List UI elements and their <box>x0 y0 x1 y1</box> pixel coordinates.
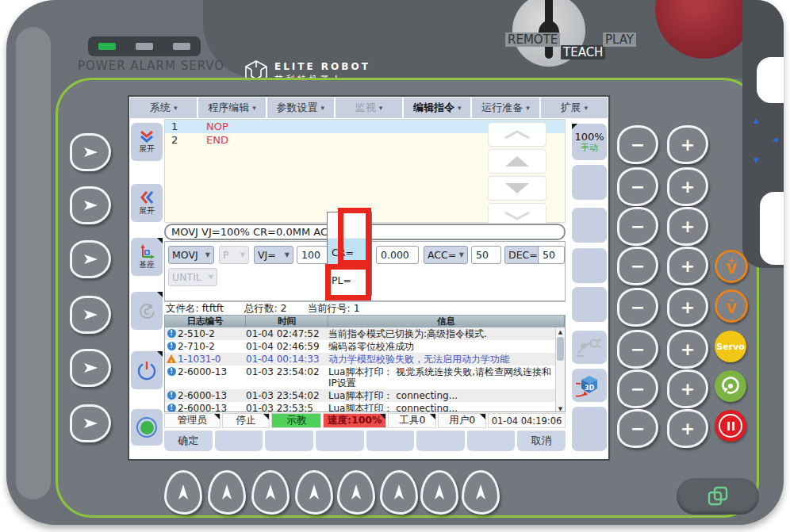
menu-tab-4[interactable]: 监视▾ <box>336 98 402 118</box>
left-function-key-5[interactable] <box>70 349 111 387</box>
expand-down-button[interactable]: 展开 <box>131 123 163 161</box>
scroll-up-button[interactable] <box>488 149 546 174</box>
info-icon: ! <box>167 329 176 338</box>
log-table-body[interactable]: !2-510-201-04 02:47:52当前指令模式已切换为:高级指令模式.… <box>165 327 565 412</box>
log-message: 当前指令模式已切换为:高级指令模式. <box>328 328 565 339</box>
ok-button[interactable]: 确定 <box>164 431 213 451</box>
scrollbar-thumb[interactable] <box>557 337 564 361</box>
status-chip-6[interactable]: 用户0 <box>438 413 486 428</box>
status-chip-1[interactable]: 管理员 <box>164 413 221 428</box>
power-button[interactable] <box>131 351 163 389</box>
window-switch-button[interactable] <box>677 478 759 515</box>
combo-movj[interactable]: MOVJ▼ <box>168 246 214 264</box>
chevron-down-icon: ▼ <box>459 251 464 258</box>
speed-mode-button[interactable]: 100% 手动 <box>572 124 607 160</box>
coordinate-base-button[interactable]: 基座 <box>131 238 163 276</box>
combo-vj[interactable]: VJ=▼ <box>254 246 293 264</box>
instruction-text: NOP <box>206 120 228 133</box>
info-icon: ! <box>167 404 176 412</box>
combo-acc[interactable]: ACC=▼ <box>424 246 468 264</box>
menu-tab-label: 程序编辑 <box>208 101 249 115</box>
soft-key-3[interactable] <box>572 208 607 243</box>
info-icon: ! <box>167 367 176 376</box>
log-row[interactable]: !2-6000-1301-03 23:54:02Lua脚本打印： connect… <box>165 389 565 402</box>
status-chip-3[interactable]: 示教 <box>271 413 321 428</box>
soft-f5[interactable] <box>366 431 415 451</box>
robot-jog-button[interactable] <box>572 331 607 364</box>
soft-key-2[interactable] <box>572 165 607 200</box>
menu-tab-5[interactable]: 编辑指令▾ <box>404 98 470 118</box>
nav-up-icon[interactable]: ▲ <box>754 117 759 124</box>
menu-tab-1[interactable]: 系统▾ <box>130 98 197 118</box>
left-function-key-6[interactable] <box>70 404 111 442</box>
soft-f4[interactable] <box>316 431 364 451</box>
soft-f6[interactable] <box>416 431 465 451</box>
expand-left-button[interactable]: 展开 <box>131 184 163 222</box>
speed-down-button[interactable]: − V <box>715 289 748 323</box>
log-icon-cell: ! <box>165 328 178 339</box>
nav-left-icon[interactable]: ◀ <box>773 136 778 144</box>
run-button[interactable] <box>715 370 746 402</box>
left-function-key-3[interactable] <box>70 240 111 278</box>
left-function-key-1[interactable] <box>70 133 111 171</box>
combo-p[interactable]: P▼ <box>219 246 249 264</box>
dropdown-item-pl[interactable]: PL= <box>328 266 371 294</box>
cursor-up-icon <box>349 483 363 502</box>
file-info-bar: 文件名: ftftft总行数: 2当前行号: 1 <box>164 301 566 315</box>
left-function-key-2[interactable] <box>70 186 111 224</box>
soft-key-8[interactable] <box>572 407 607 451</box>
soft-f2[interactable] <box>215 431 263 451</box>
chevron-down-icon: ▾ <box>320 104 324 112</box>
status-chip-2[interactable]: 停止 <box>222 413 270 428</box>
soft-f3[interactable] <box>265 431 313 451</box>
log-row[interactable]: !2-6000-1301-03 23:54:02Lua脚本打印： 视觉系统连接失… <box>165 366 565 389</box>
log-message: 编码器零位校准成功 <box>328 341 565 352</box>
scrollbar-down-icon[interactable]: ▼ <box>556 404 565 412</box>
combo-until[interactable]: UNTIL▼ <box>168 268 217 286</box>
log-row[interactable]: !2-710-201-04 02:46:59编码器零位校准成功 <box>165 340 565 353</box>
scroll-top-button[interactable] <box>488 122 546 147</box>
scrollbar-up-icon[interactable]: ▲ <box>556 327 565 336</box>
cursor-up-icon <box>432 483 447 502</box>
soft-key-5[interactable] <box>572 287 607 322</box>
status-chip-7[interactable]: 01-04 04:19:06 <box>488 413 566 428</box>
scroll-down-button[interactable] <box>488 176 546 201</box>
value-input[interactable]: 50 <box>471 246 501 264</box>
menu-tab-6[interactable]: 运行准备▾ <box>472 98 539 118</box>
log-row[interactable]: !2-510-201-04 02:47:52当前指令模式已切换为:高级指令模式. <box>165 327 565 340</box>
soft-f7[interactable] <box>467 431 516 451</box>
view-3d-button[interactable]: 3D <box>572 369 607 402</box>
log-id: 2-6000-13 <box>178 403 246 412</box>
soft-key-4[interactable] <box>572 248 607 283</box>
servo-button[interactable]: Servo <box>715 331 746 362</box>
log-id: 2-510-2 <box>178 328 246 339</box>
log-row[interactable]: !2-6000-1301-03 23:53:5Lua脚本打印： connecti… <box>165 402 565 412</box>
left-function-key-4[interactable] <box>70 296 111 334</box>
log-scrollbar[interactable]: ▲ ▼ <box>555 327 565 412</box>
dropdown-item-cr[interactable]: CR= <box>328 239 371 266</box>
cycle-mode-button[interactable]: C <box>131 292 163 330</box>
log-row[interactable]: !1-1031-001-04 00:14:33动力学模型校验失败，无法启用动力学… <box>165 353 565 366</box>
menu-tab-7[interactable]: 扩展▾ <box>541 98 608 118</box>
menu-tab-3[interactable]: 参数设置▾ <box>267 98 334 118</box>
speed-up-button[interactable]: + V <box>715 250 748 283</box>
value-input[interactable]: 0.000 <box>376 246 419 264</box>
log-icon-cell: ! <box>165 354 178 365</box>
menu-tab-2[interactable]: 程序编辑▾ <box>198 98 265 118</box>
expand-label: 展开 <box>139 205 155 216</box>
chevron-down-icon: ▾ <box>379 104 383 112</box>
pause-button[interactable] <box>715 410 746 442</box>
cursor-up-icon <box>263 483 278 502</box>
value-input[interactable]: 50 <box>538 246 565 264</box>
nav-down-icon[interactable]: ▼ <box>754 157 759 164</box>
power-led <box>98 43 116 50</box>
log-message: Lua脚本打印： connecting... <box>328 403 565 412</box>
log-id: 2-6000-13 <box>178 366 246 388</box>
menu-bar: 系统▾程序编辑▾参数设置▾监视▾编辑指令▾运行准备▾扩展▾ <box>129 97 608 119</box>
cancel-button[interactable]: 取消 <box>517 431 566 451</box>
status-chip-4[interactable]: 速度:100% <box>323 413 386 428</box>
dropdown-item-blank[interactable] <box>328 212 371 239</box>
record-indicator-button[interactable] <box>131 409 163 446</box>
status-chip-5[interactable]: 工具0 <box>388 413 436 428</box>
teach-pendant-body: POWER ALARM SERVO ELITE ROBOT 艾利特机器人 REM… <box>6 0 784 525</box>
